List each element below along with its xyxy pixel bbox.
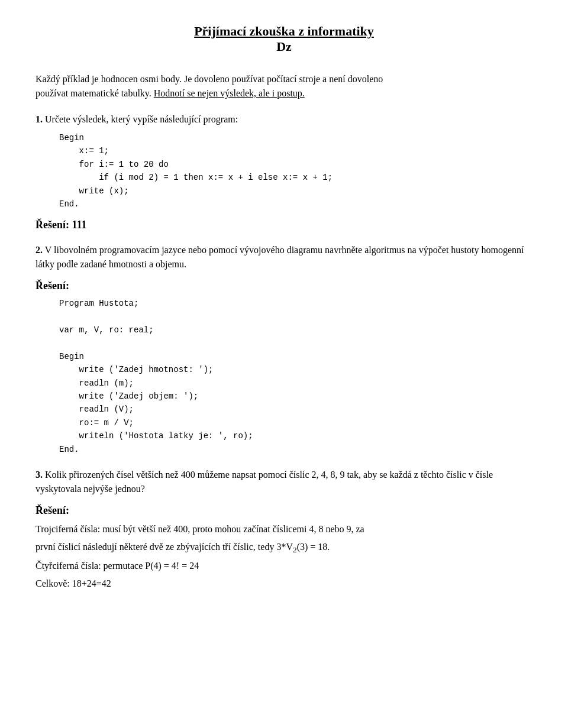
question-3: 3. Kolik přirozených čísel větších než 4… <box>36 468 532 591</box>
question-2-text: 2. V libovolném programovacím jazyce neb… <box>36 243 532 271</box>
intro-line1: Každý příklad je hodnocen osmi body. Je … <box>36 74 383 84</box>
question-3-solution-label: Řešení: <box>36 504 532 517</box>
intro-paragraph: Každý příklad je hodnocen osmi body. Je … <box>36 72 532 101</box>
title-line1: Přijímací zkouška z informatiky <box>36 24 532 39</box>
question-3-text: 3. Kolik přirozených čísel větších než 4… <box>36 468 532 496</box>
question-2-code: Program Hustota; var m, V, ro: real; Beg… <box>59 297 532 456</box>
page-title: Přijímací zkouška z informatiky Dz <box>36 24 532 54</box>
question-1: 1. Určete výsledek, který vypíše následu… <box>36 112 532 231</box>
question-3-solution-line4: Celkově: 18+24=42 <box>36 576 532 591</box>
question-1-code: Begin x:= 1; for i:= 1 to 20 do if (i mo… <box>59 131 532 211</box>
intro-line3: Hodnotí se nejen výsledek, ale i postup. <box>154 88 305 98</box>
intro-line2: používat matematické tabulky. <box>36 88 151 98</box>
question-2: 2. V libovolném programovacím jazyce neb… <box>36 243 532 456</box>
question-1-text: 1. Určete výsledek, který vypíše následu… <box>36 112 532 127</box>
question-2-solution-label: Řešení: <box>36 280 532 292</box>
question-3-solution-line2: první číslicí následují některé dvě ze z… <box>36 539 532 556</box>
title-line2: Dz <box>36 39 532 54</box>
question-1-solution: Řešení: 111 <box>36 219 532 231</box>
question-3-solution-line1: Trojciferná čísla: musí být větší než 40… <box>36 522 532 537</box>
question-3-solution-line3: Čtyřciferná čísla: permutace P(4) = 4! =… <box>36 558 532 574</box>
